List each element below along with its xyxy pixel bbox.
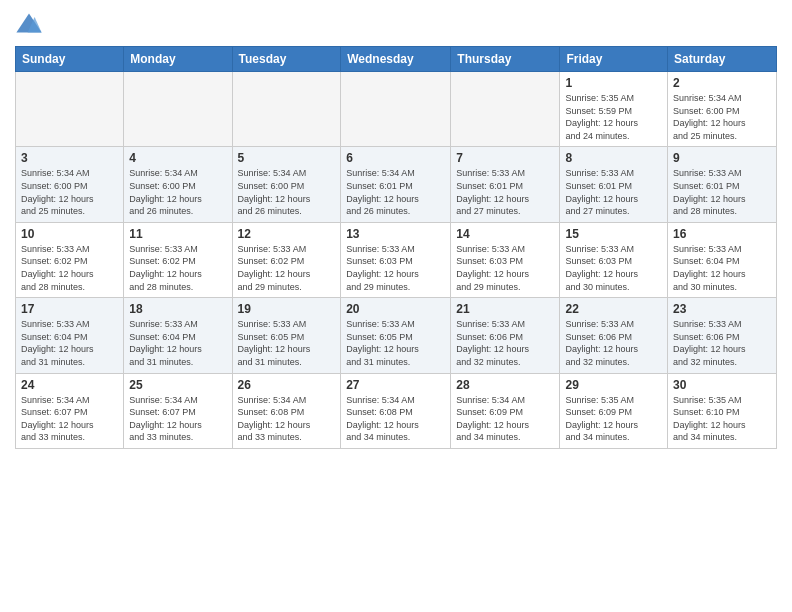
day-number: 6 [346,151,445,165]
day-number: 22 [565,302,662,316]
day-info: Sunrise: 5:33 AM Sunset: 6:03 PM Dayligh… [565,243,662,293]
weekday-header: Friday [560,47,668,72]
weekday-header: Wednesday [341,47,451,72]
calendar-day-cell: 14Sunrise: 5:33 AM Sunset: 6:03 PM Dayli… [451,222,560,297]
day-info: Sunrise: 5:33 AM Sunset: 6:02 PM Dayligh… [238,243,336,293]
calendar-week-row: 3Sunrise: 5:34 AM Sunset: 6:00 PM Daylig… [16,147,777,222]
day-info: Sunrise: 5:35 AM Sunset: 5:59 PM Dayligh… [565,92,662,142]
calendar-day-cell: 23Sunrise: 5:33 AM Sunset: 6:06 PM Dayli… [668,298,777,373]
day-info: Sunrise: 5:33 AM Sunset: 6:04 PM Dayligh… [673,243,771,293]
calendar-week-row: 24Sunrise: 5:34 AM Sunset: 6:07 PM Dayli… [16,373,777,448]
day-number: 24 [21,378,118,392]
calendar-day-cell: 6Sunrise: 5:34 AM Sunset: 6:01 PM Daylig… [341,147,451,222]
day-number: 15 [565,227,662,241]
day-info: Sunrise: 5:34 AM Sunset: 6:07 PM Dayligh… [129,394,226,444]
day-info: Sunrise: 5:35 AM Sunset: 6:10 PM Dayligh… [673,394,771,444]
day-info: Sunrise: 5:33 AM Sunset: 6:04 PM Dayligh… [129,318,226,368]
day-number: 16 [673,227,771,241]
day-info: Sunrise: 5:33 AM Sunset: 6:06 PM Dayligh… [673,318,771,368]
calendar-day-cell: 26Sunrise: 5:34 AM Sunset: 6:08 PM Dayli… [232,373,341,448]
logo [15,10,47,38]
day-info: Sunrise: 5:33 AM Sunset: 6:01 PM Dayligh… [673,167,771,217]
day-info: Sunrise: 5:33 AM Sunset: 6:03 PM Dayligh… [456,243,554,293]
calendar-day-cell: 15Sunrise: 5:33 AM Sunset: 6:03 PM Dayli… [560,222,668,297]
day-info: Sunrise: 5:34 AM Sunset: 6:08 PM Dayligh… [238,394,336,444]
header [15,10,777,38]
calendar-day-cell [16,72,124,147]
calendar-day-cell: 8Sunrise: 5:33 AM Sunset: 6:01 PM Daylig… [560,147,668,222]
day-number: 21 [456,302,554,316]
calendar-day-cell: 20Sunrise: 5:33 AM Sunset: 6:05 PM Dayli… [341,298,451,373]
calendar-day-cell: 1Sunrise: 5:35 AM Sunset: 5:59 PM Daylig… [560,72,668,147]
day-number: 25 [129,378,226,392]
day-number: 11 [129,227,226,241]
calendar-week-row: 10Sunrise: 5:33 AM Sunset: 6:02 PM Dayli… [16,222,777,297]
day-info: Sunrise: 5:34 AM Sunset: 6:00 PM Dayligh… [238,167,336,217]
calendar-day-cell: 22Sunrise: 5:33 AM Sunset: 6:06 PM Dayli… [560,298,668,373]
day-info: Sunrise: 5:33 AM Sunset: 6:05 PM Dayligh… [238,318,336,368]
day-info: Sunrise: 5:33 AM Sunset: 6:06 PM Dayligh… [456,318,554,368]
calendar-day-cell: 12Sunrise: 5:33 AM Sunset: 6:02 PM Dayli… [232,222,341,297]
day-number: 14 [456,227,554,241]
calendar-table: SundayMondayTuesdayWednesdayThursdayFrid… [15,46,777,449]
calendar-day-cell: 4Sunrise: 5:34 AM Sunset: 6:00 PM Daylig… [124,147,232,222]
weekday-header: Sunday [16,47,124,72]
day-number: 17 [21,302,118,316]
day-number: 10 [21,227,118,241]
weekday-header: Monday [124,47,232,72]
logo-icon [15,10,43,38]
day-info: Sunrise: 5:33 AM Sunset: 6:01 PM Dayligh… [456,167,554,217]
calendar-day-cell: 13Sunrise: 5:33 AM Sunset: 6:03 PM Dayli… [341,222,451,297]
calendar-day-cell: 11Sunrise: 5:33 AM Sunset: 6:02 PM Dayli… [124,222,232,297]
day-info: Sunrise: 5:34 AM Sunset: 6:00 PM Dayligh… [129,167,226,217]
calendar-week-row: 1Sunrise: 5:35 AM Sunset: 5:59 PM Daylig… [16,72,777,147]
calendar-day-cell [124,72,232,147]
weekday-header: Tuesday [232,47,341,72]
day-info: Sunrise: 5:34 AM Sunset: 6:09 PM Dayligh… [456,394,554,444]
calendar-day-cell: 29Sunrise: 5:35 AM Sunset: 6:09 PM Dayli… [560,373,668,448]
day-number: 1 [565,76,662,90]
day-info: Sunrise: 5:33 AM Sunset: 6:06 PM Dayligh… [565,318,662,368]
calendar-day-cell [341,72,451,147]
day-number: 18 [129,302,226,316]
day-number: 20 [346,302,445,316]
day-number: 9 [673,151,771,165]
calendar-day-cell: 28Sunrise: 5:34 AM Sunset: 6:09 PM Dayli… [451,373,560,448]
calendar-day-cell [232,72,341,147]
calendar-day-cell: 2Sunrise: 5:34 AM Sunset: 6:00 PM Daylig… [668,72,777,147]
day-number: 27 [346,378,445,392]
day-info: Sunrise: 5:34 AM Sunset: 6:00 PM Dayligh… [21,167,118,217]
calendar-week-row: 17Sunrise: 5:33 AM Sunset: 6:04 PM Dayli… [16,298,777,373]
day-number: 5 [238,151,336,165]
day-info: Sunrise: 5:33 AM Sunset: 6:04 PM Dayligh… [21,318,118,368]
calendar-day-cell: 25Sunrise: 5:34 AM Sunset: 6:07 PM Dayli… [124,373,232,448]
calendar-day-cell: 3Sunrise: 5:34 AM Sunset: 6:00 PM Daylig… [16,147,124,222]
day-info: Sunrise: 5:33 AM Sunset: 6:03 PM Dayligh… [346,243,445,293]
calendar-day-cell: 18Sunrise: 5:33 AM Sunset: 6:04 PM Dayli… [124,298,232,373]
day-number: 29 [565,378,662,392]
calendar-day-cell: 21Sunrise: 5:33 AM Sunset: 6:06 PM Dayli… [451,298,560,373]
calendar-header-row: SundayMondayTuesdayWednesdayThursdayFrid… [16,47,777,72]
day-number: 28 [456,378,554,392]
day-number: 8 [565,151,662,165]
calendar-day-cell [451,72,560,147]
day-info: Sunrise: 5:33 AM Sunset: 6:02 PM Dayligh… [21,243,118,293]
calendar-day-cell: 30Sunrise: 5:35 AM Sunset: 6:10 PM Dayli… [668,373,777,448]
day-number: 23 [673,302,771,316]
day-number: 12 [238,227,336,241]
weekday-header: Thursday [451,47,560,72]
day-info: Sunrise: 5:33 AM Sunset: 6:01 PM Dayligh… [565,167,662,217]
calendar-day-cell: 19Sunrise: 5:33 AM Sunset: 6:05 PM Dayli… [232,298,341,373]
day-number: 2 [673,76,771,90]
calendar-day-cell: 9Sunrise: 5:33 AM Sunset: 6:01 PM Daylig… [668,147,777,222]
day-number: 30 [673,378,771,392]
calendar-day-cell: 17Sunrise: 5:33 AM Sunset: 6:04 PM Dayli… [16,298,124,373]
page: SundayMondayTuesdayWednesdayThursdayFrid… [0,0,792,612]
day-info: Sunrise: 5:34 AM Sunset: 6:00 PM Dayligh… [673,92,771,142]
day-number: 19 [238,302,336,316]
day-number: 7 [456,151,554,165]
day-info: Sunrise: 5:34 AM Sunset: 6:08 PM Dayligh… [346,394,445,444]
calendar-day-cell: 5Sunrise: 5:34 AM Sunset: 6:00 PM Daylig… [232,147,341,222]
day-info: Sunrise: 5:34 AM Sunset: 6:01 PM Dayligh… [346,167,445,217]
day-info: Sunrise: 5:35 AM Sunset: 6:09 PM Dayligh… [565,394,662,444]
